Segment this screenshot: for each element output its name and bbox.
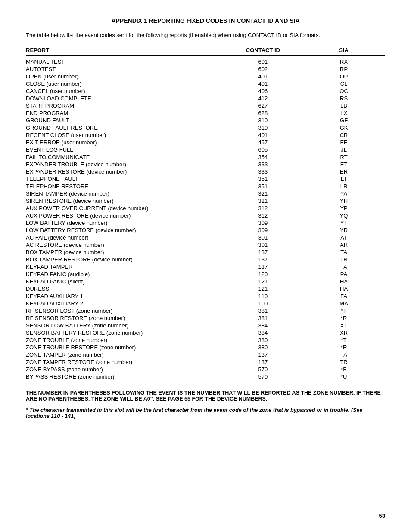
table-row: EXPANDER TROUBLE (device number)333ET [26,161,385,168]
table-row: EXIT ERROR (user number)457EE [26,139,385,146]
report-table: REPORT CONTACT ID SIA MANUAL TEST601RXAU… [26,47,385,380]
footer-note-bold: THE NUMBER IN PARENTHESES FOLLOWING THE … [26,390,385,402]
cell-sia: LR [302,183,385,190]
cell-contact-id: 301 [224,234,302,241]
cell-sia: XT [302,322,385,329]
cell-contact-id: 310 [224,117,302,124]
cell-contact-id: 309 [224,220,302,226]
cell-sia: TA [302,249,385,255]
table-row: BYPASS RESTORE (zone number)570*U [26,373,385,380]
cell-report: CANCEL (user number) [26,88,224,94]
table-row: ZONE BYPASS (zone number)570*B [26,366,385,373]
table-row: ZONE TAMPER RESTORE (zone number)137TR [26,358,385,366]
cell-report: RF SENSOR RESTORE (zone number) [26,315,224,321]
cell-contact-id: 312 [224,212,302,219]
cell-report: ZONE TROUBLE RESTORE (zone number) [26,344,224,351]
cell-report: LOW BATTERY RESTORE (device number) [26,227,224,233]
cell-contact-id: 121 [224,286,302,292]
cell-sia: FA [302,293,385,299]
table-row: START PROGRAM627LB [26,102,385,109]
cell-sia: LX [302,110,385,116]
table-row: EVENT LOG FULL605JL [26,146,385,153]
cell-contact-id: 351 [224,176,302,182]
cell-sia: RX [302,59,385,65]
cell-sia: PA [302,271,385,277]
table-row: SIREN TAMPER (device number)321YA [26,190,385,197]
table-row: CANCEL (user number)406OC [26,87,385,95]
table-row: AUX POWER RESTORE (device number)312YQ [26,212,385,219]
table-row: GROUND FAULT310GF [26,117,385,124]
table-row: CLOSE (user number)401CL [26,80,385,87]
table-row: SENSOR BATTERY RESTORE (zone number)384X… [26,329,385,336]
cell-contact-id: 401 [224,81,302,87]
cell-contact-id: 406 [224,88,302,94]
cell-sia: ET [302,161,385,168]
table-row: AC RESTORE (device number)301AR [26,241,385,249]
cell-report: SENSOR LOW BATTERY (zone number) [26,322,224,329]
cell-contact-id: 381 [224,315,302,321]
cell-sia: CR [302,132,385,138]
table-row: RF SENSOR RESTORE (zone number)381*R [26,314,385,322]
cell-report: SIREN TAMPER (device number) [26,190,224,197]
cell-report: KEYPAD TAMPER [26,264,224,270]
cell-contact-id: 137 [224,352,302,358]
cell-sia: LB [302,103,385,109]
table-row: BOX TAMPER RESTORE (device number)137TR [26,256,385,263]
table-row: RF SENSOR LOST (zone number)381*T [26,307,385,314]
cell-report: ZONE TROUBLE (zone number) [26,337,224,343]
cell-report: EXIT ERROR (user number) [26,139,224,146]
cell-report: MANUAL TEST [26,59,224,65]
cell-sia: YP [302,205,385,212]
cell-sia: ER [302,168,385,175]
page-title: APPENDIX 1 REPORTING FIXED CODES IN CONT… [26,17,385,24]
table-row: FAIL TO COMMUNICATE354RT [26,153,385,161]
cell-contact-id: 627 [224,103,302,109]
cell-contact-id: 384 [224,322,302,329]
cell-sia: *T [302,308,385,314]
cell-report: KEYPAD AUXILIARY 2 [26,300,224,307]
cell-contact-id: 121 [224,278,302,285]
cell-contact-id: 380 [224,344,302,351]
header-report: REPORT [26,47,224,53]
header-sia: SIA [302,47,385,53]
cell-sia: JL [302,146,385,153]
cell-sia: TR [302,359,385,365]
cell-report: END PROGRAM [26,110,224,116]
cell-contact-id: 137 [224,359,302,365]
table-row: KEYPAD AUXILIARY 2100MA [26,300,385,307]
table-row: ZONE TROUBLE RESTORE (zone number)380*R [26,344,385,351]
cell-sia: TA [302,352,385,358]
cell-contact-id: 380 [224,337,302,343]
table-row: KEYPAD TAMPER137TA [26,263,385,271]
cell-sia: LT [302,176,385,182]
table-row: EXPANDER RESTORE (device number)333ER [26,168,385,175]
table-row: ZONE TAMPER (zone number)137TA [26,351,385,358]
table-row: END PROGRAM628LX [26,109,385,117]
cell-report: KEYPAD PANIC (audible) [26,271,224,277]
cell-report: ZONE TAMPER (zone number) [26,352,224,358]
cell-sia: CL [302,81,385,87]
table-row: SIREN RESTORE (device number)321YH [26,197,385,205]
cell-contact-id: 309 [224,227,302,233]
page-number: 53 [379,513,385,519]
cell-contact-id: 628 [224,110,302,116]
cell-report: KEYPAD AUXILIARY 1 [26,293,224,299]
cell-sia: YH [302,198,385,204]
cell-sia: YQ [302,212,385,219]
table-row: TELEPHONE RESTORE351LR [26,183,385,190]
cell-report: AC FAIL (device number) [26,234,224,241]
header-contact-id: CONTACT ID [224,47,302,53]
cell-report: BOX TAMPER (device number) [26,249,224,255]
page-footer: 53 [0,513,411,519]
cell-sia: *T [302,337,385,343]
cell-contact-id: 412 [224,95,302,102]
cell-sia: TR [302,256,385,263]
table-row: LOW BATTERY RESTORE (device number)309YR [26,227,385,234]
intro-text: The table below list the event codes sen… [26,32,385,38]
cell-report: TELEPHONE FAULT [26,176,224,182]
cell-report: CLOSE (user number) [26,81,224,87]
table-row: KEYPAD PANIC (silent)121HA [26,278,385,285]
cell-contact-id: 605 [224,146,302,153]
cell-sia: RT [302,154,385,160]
table-row: RECENT CLOSE (user number)401CR [26,131,385,139]
